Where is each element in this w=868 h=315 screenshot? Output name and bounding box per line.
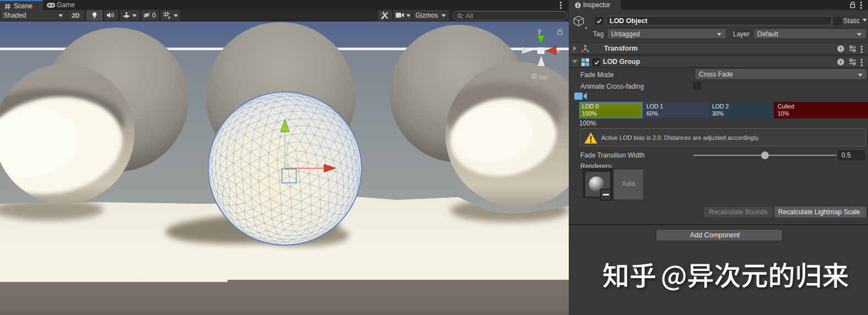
svg-text:x: x xyxy=(557,47,560,55)
svg-text:?: ? xyxy=(839,46,843,52)
svg-text:Iso: Iso xyxy=(539,74,547,80)
svg-text:?: ? xyxy=(839,59,843,65)
svg-text:y: y xyxy=(538,27,541,35)
